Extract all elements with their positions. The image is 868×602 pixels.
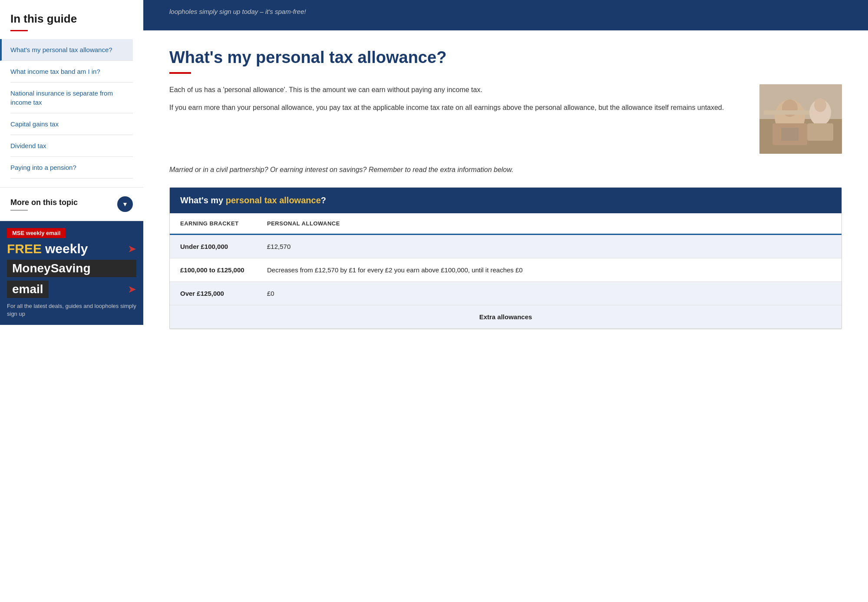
table-head: EARNING BRACKET PERSONAL ALLOWANCE	[170, 213, 842, 235]
bracket-cell-0: Under £100,000	[170, 235, 257, 258]
article-intro: Each of us has a 'personal allowance'. T…	[169, 84, 842, 154]
article-italic-note: Married or in a civil partnership? Or ea…	[169, 164, 842, 175]
more-on-this-topic-section: More on this topic	[0, 188, 143, 221]
article-title-underline	[169, 72, 191, 74]
bracket-cell-1: £100,000 to £125,000	[170, 258, 257, 282]
table-header-row: EARNING BRACKET PERSONAL ALLOWANCE	[170, 213, 842, 235]
promo-send-icon: ➤	[128, 283, 136, 295]
table-row-2: Over £125,000£0	[170, 282, 842, 305]
promo-free-label: FREE	[7, 241, 42, 256]
main-content: loopholes simply sign up today – it's sp…	[143, 0, 868, 602]
sidebar-nav-item-1[interactable]: What income tax band am I in?	[10, 61, 133, 83]
promo-moneysaving-label: MoneySaving	[7, 260, 136, 277]
sidebar-nav-item-2[interactable]: National insurance is separate from inco…	[10, 83, 133, 113]
table-heading: What's my personal tax allowance?	[180, 195, 831, 205]
article-para-1: Each of us has a 'personal allowance'. T…	[169, 84, 746, 96]
sidebar-nav-link-3[interactable]: Capital gains tax	[10, 113, 133, 135]
sidebar-nav-link-0[interactable]: What's my personal tax allowance?	[10, 39, 133, 60]
sidebar-nav-link-1[interactable]: What income tax band am I in?	[10, 61, 133, 82]
mse-badge: MSE weekly email	[7, 228, 66, 238]
promo-weekly-label: weekly	[45, 241, 88, 256]
table-row-1: £100,000 to £125,000Decreases from £12,5…	[170, 258, 842, 282]
table-header-bar: What's my personal tax allowance?	[170, 188, 842, 213]
svg-point-7	[814, 98, 826, 112]
svg-rect-9	[781, 128, 799, 141]
sidebar-nav-item-0[interactable]: What's my personal tax allowance?	[0, 39, 133, 61]
sidebar-nav-item-4[interactable]: Dividend tax	[10, 135, 133, 157]
email-promo-section: MSE weekly email FREE weekly ➤ MoneySavi…	[0, 221, 143, 325]
bracket-cell-2: Over £125,000	[170, 282, 257, 305]
svg-rect-8	[807, 123, 833, 141]
guide-title-underline	[10, 30, 28, 31]
more-topic-title: More on this topic	[10, 198, 78, 207]
promo-email-label: email	[7, 281, 49, 298]
guide-nav: What's my personal tax allowance?What in…	[10, 39, 133, 179]
table-heading-highlight: personal tax allowance	[226, 195, 321, 205]
table-heading-end: ?	[321, 195, 326, 205]
table-heading-white: What's my	[180, 195, 226, 205]
allowance-cell-1: Decreases from £12,570 by £1 for every £…	[257, 258, 842, 282]
sidebar-nav-item-5[interactable]: Paying into a pension?	[10, 157, 133, 179]
table-extra-row: Extra allowances	[170, 305, 842, 329]
top-banner: loopholes simply sign up today – it's sp…	[143, 0, 868, 30]
guide-section: In this guide What's my personal tax all…	[0, 0, 143, 188]
more-topic-underline	[10, 210, 28, 211]
promo-email-line: email ➤	[0, 277, 143, 298]
guide-title: In this guide	[10, 12, 133, 26]
allowance-table-container: What's my personal tax allowance? EARNIN…	[169, 187, 842, 329]
article-para-2: If you earn more than your personal allo…	[169, 102, 746, 113]
col-header-allowance: PERSONAL ALLOWANCE	[257, 213, 842, 235]
more-topic-chevron-button[interactable]	[117, 196, 133, 212]
article-title: What's my personal tax allowance?	[169, 48, 842, 68]
svg-rect-5	[764, 110, 816, 115]
more-topic-text-block: More on this topic	[10, 198, 78, 211]
allowance-cell-2: £0	[257, 282, 842, 305]
allowance-cell-0: £12,570	[257, 235, 842, 258]
article: What's my personal tax allowance? Each o…	[143, 30, 868, 602]
sidebar: In this guide What's my personal tax all…	[0, 0, 143, 602]
table-body: Under £100,000£12,570£100,000 to £125,00…	[170, 235, 842, 329]
allowance-table: EARNING BRACKET PERSONAL ALLOWANCE Under…	[170, 213, 842, 329]
promo-description: For all the latest deals, guides and loo…	[0, 298, 143, 325]
article-text-block: Each of us has a 'personal allowance'. T…	[169, 84, 746, 154]
article-image	[759, 84, 842, 154]
article-image-placeholder	[759, 84, 842, 154]
extra-allowances-cell: Extra allowances	[170, 305, 842, 329]
col-header-bracket: EARNING BRACKET	[170, 213, 257, 235]
sidebar-nav-item-3[interactable]: Capital gains tax	[10, 113, 133, 135]
promo-free-line: FREE weekly ➤	[0, 238, 143, 256]
top-banner-text: loopholes simply sign up today – it's sp…	[169, 7, 842, 17]
promo-arrow-right-icon: ➤	[128, 243, 136, 255]
sidebar-nav-link-4[interactable]: Dividend tax	[10, 135, 133, 156]
sidebar-nav-link-5[interactable]: Paying into a pension?	[10, 157, 133, 178]
table-row-0: Under £100,000£12,570	[170, 235, 842, 258]
sidebar-nav-link-2[interactable]: National insurance is separate from inco…	[10, 83, 133, 113]
